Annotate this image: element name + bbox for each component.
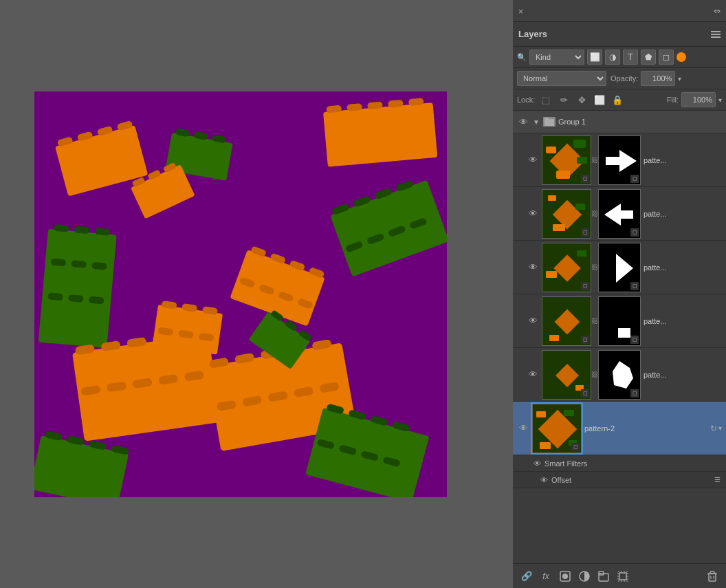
active-layer-smart-badge: ◻ — [571, 443, 580, 451]
svg-rect-16 — [38, 229, 117, 348]
layer-1-mask: ◻ — [598, 135, 641, 185]
layer-5-visibility[interactable]: 👁 — [527, 369, 539, 381]
adjustment-filter-btn[interactable]: ◑ — [605, 50, 620, 65]
layer-4-name-area: patte... — [644, 317, 722, 325]
layer-5-name: patte... — [644, 371, 667, 379]
shape-filter-btn[interactable]: ⬟ — [641, 50, 656, 65]
link-button[interactable]: 🔗 — [518, 568, 535, 585]
active-layer-thumbnail: ◻ — [532, 404, 582, 453]
smartobj-filter-btn[interactable]: ◻ — [659, 50, 674, 65]
layer-item-5[interactable]: 👁 ◻ ⛓ — [513, 348, 726, 402]
svg-rect-142 — [619, 573, 626, 580]
lock-paint-btn[interactable]: ✏ — [557, 93, 571, 107]
artboard-button[interactable] — [615, 568, 631, 585]
main-image — [34, 91, 447, 497]
layer-3-name: patte... — [644, 263, 667, 272]
layer-1-visibility[interactable]: 👁 — [527, 154, 539, 166]
blend-row: Normal Opacity: ▾ — [513, 68, 726, 89]
group-visibility-eye[interactable]: 👁 — [517, 116, 529, 128]
opacity-label: Opacity: — [610, 74, 638, 83]
lock-all-btn[interactable]: 🔒 — [610, 93, 624, 107]
svg-rect-146 — [710, 571, 714, 574]
smart-filters-label: Smart Filters — [544, 459, 587, 468]
svg-point-138 — [562, 574, 568, 579]
active-layer-name-area: pattern-2 — [584, 424, 707, 433]
group-header[interactable]: 👁 ▼ Group 1 — [513, 111, 726, 133]
smart-filters-visibility[interactable]: 👁 — [532, 459, 542, 468]
lock-transparent-btn[interactable]: ⬚ — [539, 93, 553, 107]
group-button[interactable] — [595, 568, 612, 585]
lock-position-btn[interactable]: ✥ — [575, 93, 588, 107]
layer-item-1[interactable]: 👁 ◻ ⛓ — [513, 133, 726, 187]
layer-2-link: ⛓ — [591, 210, 598, 217]
panel-header: × ⇔ — [513, 0, 726, 22]
fill-input[interactable] — [681, 92, 716, 107]
panel-menu-icon[interactable] — [710, 29, 720, 40]
group-layer: 👁 ▼ Group 1 — [513, 111, 726, 133]
layer-3-visibility[interactable]: 👁 — [527, 261, 539, 274]
layer-1-link: ⛓ — [591, 156, 598, 164]
panel-title-row: Layers — [513, 22, 726, 47]
filter-circle[interactable] — [676, 52, 686, 62]
layer-item-4[interactable]: 👁 ◻ ⛓ — [513, 294, 726, 348]
layer-2-visibility[interactable]: 👁 — [527, 208, 539, 220]
layer-1-mask-badge: ◻ — [630, 175, 639, 183]
svg-rect-109 — [548, 195, 556, 201]
adjustment-button[interactable] — [576, 568, 593, 585]
active-layer-visibility[interactable]: 👁 — [517, 422, 529, 435]
svg-rect-114 — [616, 210, 633, 219]
layer-4-visibility[interactable]: 👁 — [527, 315, 539, 327]
layer-3-mask-badge: ◻ — [630, 282, 639, 290]
offset-menu-icon[interactable]: ☰ — [712, 475, 722, 485]
fill-control: Fill: ▾ — [667, 92, 722, 107]
layer-5-thumbnail: ◻ — [542, 350, 591, 400]
svg-rect-110 — [575, 204, 585, 210]
offset-label: Offset — [551, 476, 710, 484]
layer-4-thumbnail: ◻ — [542, 296, 591, 346]
mask-button[interactable] — [557, 568, 573, 585]
svg-rect-144 — [709, 574, 716, 581]
layer-2-smart-badge: ◻ — [581, 228, 589, 237]
layer-3-name-area: patte... — [644, 263, 722, 272]
svg-rect-133 — [536, 411, 546, 417]
active-layer-thumbs: ◻ — [532, 404, 582, 453]
pixel-filter-btn[interactable]: ⬜ — [587, 50, 602, 65]
opacity-input[interactable] — [641, 71, 675, 86]
group-collapse-arrow[interactable]: ▼ — [532, 118, 540, 126]
layer-1-name: patte... — [644, 156, 667, 164]
layer-2-name-area: patte... — [644, 210, 722, 218]
layer-5-smart-badge: ◻ — [581, 389, 589, 398]
layer-item-2[interactable]: 👁 ◻ ⛓ — [513, 187, 726, 241]
delete-button[interactable] — [704, 568, 720, 585]
layer-1-thumbs: ◻ ⛓ ◻ — [542, 135, 641, 185]
svg-rect-111 — [553, 224, 565, 231]
close-icon[interactable]: × — [518, 8, 525, 14]
type-filter-btn[interactable]: T — [623, 50, 638, 65]
layer-3-link: ⛓ — [591, 263, 598, 271]
layer-1-name-area: patte... — [644, 156, 722, 164]
active-layer-chevron[interactable]: ▾ — [718, 424, 722, 432]
blend-mode-dropdown[interactable]: Normal — [517, 71, 606, 86]
layer-4-mask: ◻ — [598, 296, 641, 346]
layer-3-smart-badge: ◻ — [581, 282, 589, 290]
layers-list: 👁 ▼ Group 1 👁 — [513, 111, 726, 563]
layer-2-mask-badge: ◻ — [630, 228, 639, 237]
svg-rect-10 — [323, 102, 437, 167]
layer-1-thumbnail: ◻ — [542, 135, 591, 185]
lock-artboard-btn[interactable]: ⬜ — [593, 93, 606, 107]
svg-rect-123 — [549, 335, 559, 341]
layer-5-name-area: patte... — [644, 371, 722, 379]
layer-5-mask: ◻ — [598, 350, 641, 400]
opacity-control: Opacity: ▾ — [610, 71, 722, 86]
active-layer-smart-icon: ↻ — [710, 424, 717, 433]
svg-rect-125 — [618, 328, 630, 338]
active-layer[interactable]: 👁 ◻ pattern-2 — [513, 402, 726, 455]
offset-visibility[interactable]: 👁 — [539, 475, 549, 485]
expand-icon[interactable]: ⇔ — [714, 6, 720, 16]
fx-button[interactable]: fx — [538, 568, 554, 585]
layer-3-thumbs: ◻ ⛓ ◻ — [542, 243, 641, 292]
kind-dropdown[interactable]: Kind — [529, 50, 584, 65]
layer-item-3[interactable]: 👁 ◻ ⛓ — [513, 241, 726, 294]
layer-5-mask-badge: ◻ — [630, 389, 639, 398]
svg-rect-117 — [546, 271, 557, 278]
